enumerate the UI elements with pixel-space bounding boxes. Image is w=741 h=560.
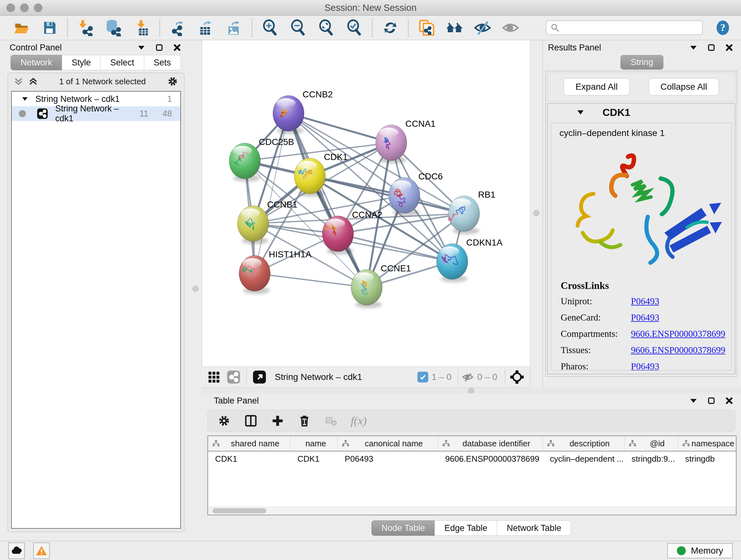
navigation-crosshair-icon[interactable] (510, 370, 524, 384)
add-column-icon[interactable] (271, 414, 284, 428)
tab-edge-table[interactable]: Edge Table (434, 520, 497, 536)
help-button[interactable]: ? (714, 18, 732, 37)
export-network-button[interactable] (169, 18, 187, 37)
float-panel-icon[interactable] (137, 44, 145, 52)
eye-slash-icon (474, 19, 491, 37)
maximize-panel-icon[interactable] (707, 44, 716, 52)
expand-all-icon[interactable] (28, 77, 38, 86)
network-node-CDC6[interactable]: CDC6 (389, 172, 443, 216)
column-header-canonical-name[interactable]: canonical name (338, 436, 438, 451)
maximize-panel-icon[interactable] (155, 44, 163, 52)
import-table-file-button[interactable] (132, 18, 151, 37)
network-node-CDKN1A[interactable]: CDKN1A (436, 238, 502, 282)
selected-nodes-checkbox[interactable] (417, 372, 428, 382)
left-splitter-handle[interactable] (192, 286, 199, 292)
open-session-button[interactable] (12, 18, 30, 37)
import-network-file-button[interactable] (76, 18, 95, 37)
delete-column-icon[interactable] (298, 414, 311, 428)
grid-view-icon[interactable] (207, 371, 220, 383)
home-button[interactable] (445, 18, 464, 37)
network-options-gear-icon[interactable] (167, 76, 179, 87)
column-header-description[interactable]: description (543, 436, 624, 451)
crosslink-link[interactable]: P06493 (631, 296, 659, 307)
protein-card-expander-icon[interactable] (576, 108, 585, 117)
open-folder-icon (13, 19, 30, 36)
network-node-HIST1H1A[interactable]: HIST1H1A (239, 249, 312, 294)
apply-layout-button[interactable] (381, 18, 400, 37)
table-settings-gear-icon[interactable] (217, 414, 231, 428)
hide-selected-button[interactable] (473, 18, 492, 37)
warnings-button[interactable] (33, 543, 50, 559)
table-row[interactable]: CDK1CDK1P064939606.ENSP00000378699cyclin… (208, 451, 736, 466)
cloud-button[interactable] (8, 543, 25, 559)
table-cell: 9606.ENSP00000378699 (438, 454, 543, 464)
minimize-window-button[interactable] (20, 3, 29, 12)
crosslink-link[interactable]: 9606.ENSP00000378699 (631, 345, 725, 355)
tab-style[interactable]: Style (62, 55, 100, 70)
close-panel-icon[interactable] (725, 44, 733, 52)
close-panel-icon[interactable] (173, 44, 181, 52)
column-header-namespace[interactable]: namespace (678, 436, 736, 451)
crosslink-label: Pharos: (561, 361, 631, 371)
status-bar: Memory (0, 541, 741, 560)
network-node-RB1[interactable]: RB1 (448, 190, 495, 234)
export-image-button[interactable] (225, 18, 243, 37)
collapse-all-icon[interactable] (14, 77, 23, 86)
duplicate-network-button[interactable] (417, 18, 435, 37)
save-session-button[interactable] (40, 18, 59, 37)
crosslink-link[interactable]: 9606.ENSP00000378699 (631, 328, 725, 339)
tab-string[interactable]: String (620, 55, 664, 70)
search-field[interactable] (546, 20, 703, 35)
column-header-name[interactable]: name (290, 436, 338, 451)
table-horizontal-scrollbar[interactable] (208, 507, 736, 515)
tab-sets[interactable]: Sets (144, 55, 181, 70)
tab-select[interactable]: Select (100, 55, 144, 70)
refresh-icon (382, 19, 399, 36)
eye-icon (502, 19, 520, 37)
close-panel-icon[interactable] (725, 396, 733, 405)
column-header-database-identifier[interactable]: database identifier (438, 436, 543, 451)
node-label-CCNA2: CCNA2 (352, 210, 382, 220)
maximize-panel-icon[interactable] (707, 396, 716, 405)
tab-network[interactable]: Network (10, 55, 62, 70)
network-view-canvas[interactable]: CCNB2CCNA1CDC25BCDK1CDC6RB1CCNB1CCNA2CDK… (202, 40, 530, 367)
search-input[interactable] (563, 23, 698, 33)
memory-button[interactable]: Memory (667, 543, 733, 558)
tab-node-table[interactable]: Node Table (372, 520, 434, 536)
network-row[interactable]: String Network – cdk1 11 48 (12, 106, 180, 121)
zoom-selected-button[interactable] (345, 18, 363, 37)
float-panel-icon[interactable] (689, 44, 697, 52)
network-view-mode-icon[interactable] (226, 370, 241, 384)
close-window-button[interactable] (6, 3, 15, 12)
right-splitter-handle[interactable] (533, 210, 539, 216)
export-table-icon (198, 19, 214, 36)
column-header-label: canonical name (350, 439, 438, 449)
network-node-CCNB2[interactable]: CCNB2 (273, 89, 333, 134)
zoom-window-button[interactable] (34, 3, 43, 12)
zoom-out-button[interactable] (289, 18, 307, 37)
tab-network-table[interactable]: Network Table (497, 520, 571, 536)
zoom-in-button[interactable] (261, 18, 279, 37)
scrollbar-thumb[interactable] (212, 508, 266, 513)
collapse-all-button[interactable]: Collapse All (649, 78, 719, 96)
collection-expander-icon[interactable] (21, 96, 28, 103)
import-network-database-button[interactable] (105, 18, 123, 37)
column-header-@id[interactable]: @id (624, 436, 678, 451)
crosslink-label: GeneCard: (561, 312, 631, 323)
column-type-icon (442, 439, 450, 448)
network-node-CDK1[interactable]: CDK1 (294, 152, 348, 197)
crosslink-link[interactable]: P06493 (631, 312, 659, 323)
table-cell: P06493 (338, 454, 438, 464)
table-cell: cyclin–dependent ... (543, 454, 624, 464)
show-all-button[interactable] (501, 18, 520, 37)
zoom-fit-button[interactable] (317, 18, 335, 37)
node-table[interactable]: shared namenamecanonical namedatabase id… (207, 435, 737, 515)
float-panel-icon[interactable] (689, 396, 697, 405)
column-header-shared-name[interactable]: shared name (208, 436, 290, 451)
expand-all-button[interactable]: Expand All (563, 78, 629, 96)
show-columns-icon[interactable] (244, 414, 258, 428)
network-node-CCNE1[interactable]: CCNE1 (351, 263, 411, 308)
crosslink-link[interactable]: P06493 (631, 361, 659, 371)
birds-eye-view-icon[interactable] (253, 370, 266, 384)
export-table-button[interactable] (197, 18, 215, 37)
